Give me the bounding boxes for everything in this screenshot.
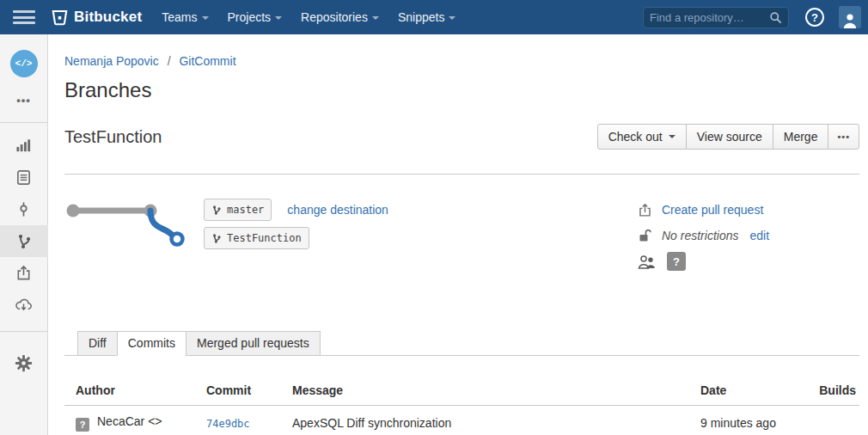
gear-icon xyxy=(15,354,33,372)
breadcrumb-owner-link[interactable]: Nemanja Popovic xyxy=(64,54,159,68)
tab-merged-pull-requests[interactable]: Merged pull requests xyxy=(186,331,321,356)
sidebar-item-downloads[interactable] xyxy=(0,289,48,321)
unlock-icon xyxy=(638,229,655,242)
person-icon xyxy=(841,12,859,28)
left-sidebar: </> ••• xyxy=(0,34,48,435)
commit-message: ApexSQL Diff synchronization xyxy=(292,406,700,435)
commits-table: Author Commit Message Date Builds ?NecaC… xyxy=(64,374,859,435)
commit-date: 9 minutes ago xyxy=(700,406,812,435)
more-actions-button[interactable]: ••• xyxy=(828,124,859,150)
code-icon: </> xyxy=(15,58,33,69)
repository-search xyxy=(643,7,789,28)
search-input[interactable] xyxy=(650,11,769,24)
nav-teams[interactable]: Teams xyxy=(152,2,217,33)
sidebar-item-branches[interactable] xyxy=(0,225,48,257)
sidebar-more-button[interactable]: ••• xyxy=(16,89,31,110)
change-destination-link[interactable]: change destination xyxy=(287,203,388,217)
ellipsis-icon: ••• xyxy=(837,132,850,142)
question-mark-icon: ? xyxy=(811,11,818,24)
column-header-date: Date xyxy=(700,374,812,406)
unknown-user-avatar: ? xyxy=(76,418,89,432)
hamburger-menu-icon[interactable] xyxy=(13,8,35,28)
tab-commits[interactable]: Commits xyxy=(117,331,186,356)
help-button[interactable]: ? xyxy=(805,8,824,27)
main-content: Nemanja Popovic / GitCommit Branches Tes… xyxy=(48,54,868,435)
branch-tabs: Diff Commits Merged pull requests xyxy=(64,331,859,356)
chevron-down-icon xyxy=(669,135,675,138)
restrictions-text: No restrictions xyxy=(662,229,738,242)
table-row: ?NecaCar <> 74e9dbc ApexSQL Diff synchro… xyxy=(64,406,859,435)
bitbucket-bucket-icon xyxy=(51,9,69,27)
nav-repositories[interactable]: Repositories xyxy=(291,2,388,33)
section-divider xyxy=(64,174,859,175)
watchers-icon xyxy=(638,254,658,269)
document-icon xyxy=(15,169,32,186)
cloud-download-icon xyxy=(15,297,33,312)
commit-hash-link[interactable]: 74e9dbc xyxy=(206,418,250,430)
sidebar-divider xyxy=(0,331,48,332)
top-navbar: Bitbucket Teams Projects Repositories Sn… xyxy=(0,0,868,34)
pull-request-icon xyxy=(638,203,655,218)
checkout-button[interactable]: Check out xyxy=(597,124,687,150)
sidebar-item-overview[interactable] xyxy=(0,130,48,162)
branch-icon xyxy=(211,233,222,244)
chevron-down-icon xyxy=(372,16,379,20)
breadcrumb: Nemanja Popovic / GitCommit xyxy=(64,54,859,68)
sidebar-divider xyxy=(0,122,48,123)
bitbucket-logo[interactable]: Bitbucket xyxy=(51,9,142,27)
author-cell: ?NecaCar <> xyxy=(64,406,206,435)
branch-icon xyxy=(15,233,33,250)
column-header-builds: Builds xyxy=(812,374,859,406)
chevron-down-icon xyxy=(275,16,282,20)
table-header-row: Author Commit Message Date Builds xyxy=(64,374,859,406)
branch-graph xyxy=(64,195,193,255)
ellipsis-icon: ••• xyxy=(16,94,31,107)
question-mark-icon: ? xyxy=(673,255,680,268)
column-header-message: Message xyxy=(292,374,700,406)
sidebar-item-commits[interactable] xyxy=(0,193,48,225)
search-icon[interactable] xyxy=(769,11,782,24)
pull-request-icon xyxy=(15,265,32,281)
breadcrumb-repo-link[interactable]: GitCommit xyxy=(179,54,235,68)
bar-chart-icon xyxy=(15,138,32,154)
sidebar-item-source[interactable] xyxy=(0,162,48,193)
nav-snippets[interactable]: Snippets xyxy=(388,2,465,33)
breadcrumb-separator: / xyxy=(168,54,171,68)
chevron-down-icon xyxy=(202,16,209,20)
commit-builds xyxy=(812,406,859,435)
column-header-author: Author xyxy=(64,374,206,406)
merge-button[interactable]: Merge xyxy=(773,124,829,150)
destination-branch-tag: master xyxy=(204,199,272,221)
branch-info-panel: Create pull request No restrictions edit… xyxy=(638,200,859,278)
chevron-down-icon xyxy=(449,16,455,20)
main-nav: Teams Projects Repositories Snippets xyxy=(152,2,465,33)
create-pull-request-link[interactable]: Create pull request xyxy=(662,203,763,217)
commit-icon xyxy=(15,201,32,218)
branch-actions: Check out View source Merge ••• xyxy=(597,124,859,150)
source-branch-tag: TestFunction xyxy=(204,227,309,249)
unknown-user-avatar[interactable]: ? xyxy=(667,252,686,271)
branch-icon xyxy=(211,205,222,216)
nav-projects[interactable]: Projects xyxy=(218,2,292,33)
sidebar-item-pull-requests[interactable] xyxy=(0,257,48,289)
tab-diff[interactable]: Diff xyxy=(77,331,118,356)
user-avatar[interactable] xyxy=(839,6,861,28)
column-header-commit: Commit xyxy=(206,374,292,406)
repository-avatar[interactable]: </> xyxy=(10,50,38,77)
edit-restrictions-link[interactable]: edit xyxy=(749,229,769,242)
branch-name-heading: TestFunction xyxy=(64,127,162,147)
view-source-button[interactable]: View source xyxy=(686,124,773,150)
sidebar-item-settings[interactable] xyxy=(0,347,48,379)
page-title: Branches xyxy=(64,78,859,102)
brand-name: Bitbucket xyxy=(74,9,142,26)
